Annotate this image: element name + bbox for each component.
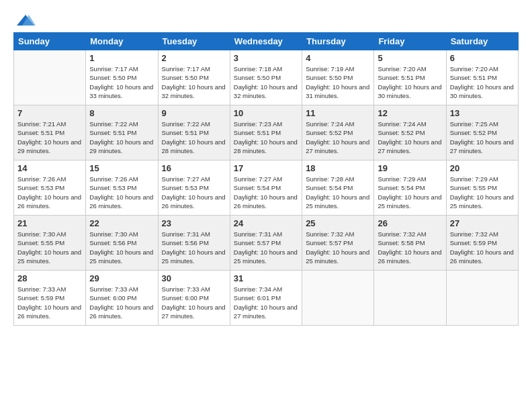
- day-number: 19: [378, 163, 442, 173]
- day-info: Sunrise: 7:29 AMSunset: 5:54 PMDaylight:…: [378, 175, 442, 210]
- day-info: Sunrise: 7:21 AMSunset: 5:51 PMDaylight:…: [17, 120, 82, 155]
- page-container: SundayMondayTuesdayWednesdayThursdayFrid…: [0, 0, 532, 411]
- day-info: Sunrise: 7:23 AMSunset: 5:51 PMDaylight:…: [234, 120, 298, 155]
- calendar-cell: 26Sunrise: 7:32 AMSunset: 5:58 PMDayligh…: [374, 216, 446, 271]
- day-number: 27: [450, 218, 515, 228]
- day-number: 12: [378, 108, 442, 118]
- day-number: 8: [89, 108, 154, 118]
- calendar-cell: [302, 271, 374, 326]
- calendar-cell: 1Sunrise: 7:17 AMSunset: 5:50 PMDaylight…: [86, 50, 158, 105]
- day-info: Sunrise: 7:17 AMSunset: 5:50 PMDaylight:…: [162, 64, 226, 100]
- day-header-wednesday: Wednesday: [230, 33, 302, 50]
- day-number: 22: [89, 218, 154, 228]
- day-info: Sunrise: 7:29 AMSunset: 5:55 PMDaylight:…: [450, 175, 515, 210]
- logo: [13, 13, 36, 24]
- calendar-cell: 4Sunrise: 7:19 AMSunset: 5:50 PMDaylight…: [302, 50, 374, 105]
- calendar-cell: 24Sunrise: 7:31 AMSunset: 5:57 PMDayligh…: [230, 216, 302, 271]
- day-number: 14: [17, 163, 82, 173]
- day-info: Sunrise: 7:26 AMSunset: 5:53 PMDaylight:…: [89, 175, 154, 210]
- calendar-cell: 28Sunrise: 7:33 AMSunset: 5:59 PMDayligh…: [14, 271, 86, 326]
- day-info: Sunrise: 7:19 AMSunset: 5:50 PMDaylight:…: [306, 64, 370, 100]
- day-number: 21: [17, 218, 82, 228]
- calendar-cell: 8Sunrise: 7:22 AMSunset: 5:51 PMDaylight…: [86, 105, 158, 161]
- header: [13, 13, 519, 24]
- day-number: 9: [162, 108, 226, 118]
- day-number: 13: [450, 108, 515, 118]
- calendar-cell: 20Sunrise: 7:29 AMSunset: 5:55 PMDayligh…: [446, 161, 518, 216]
- day-info: Sunrise: 7:32 AMSunset: 5:59 PMDaylight:…: [450, 230, 515, 265]
- calendar-cell: 31Sunrise: 7:34 AMSunset: 6:01 PMDayligh…: [230, 271, 302, 326]
- day-info: Sunrise: 7:22 AMSunset: 5:51 PMDaylight:…: [162, 120, 226, 155]
- day-header-tuesday: Tuesday: [158, 33, 230, 50]
- calendar-header-row: SundayMondayTuesdayWednesdayThursdayFrid…: [14, 33, 519, 50]
- day-header-monday: Monday: [86, 33, 158, 50]
- day-number: 24: [234, 218, 298, 228]
- day-number: 26: [378, 218, 442, 228]
- day-number: 7: [17, 108, 82, 118]
- calendar-cell: 18Sunrise: 7:28 AMSunset: 5:54 PMDayligh…: [302, 161, 374, 216]
- day-number: 23: [162, 218, 226, 228]
- calendar-cell: 22Sunrise: 7:30 AMSunset: 5:56 PMDayligh…: [86, 216, 158, 271]
- day-info: Sunrise: 7:34 AMSunset: 6:01 PMDaylight:…: [234, 285, 298, 320]
- day-number: 17: [234, 163, 298, 173]
- calendar-cell: 30Sunrise: 7:33 AMSunset: 6:00 PMDayligh…: [158, 271, 230, 326]
- day-info: Sunrise: 7:30 AMSunset: 5:56 PMDaylight:…: [89, 230, 154, 265]
- calendar-cell: 10Sunrise: 7:23 AMSunset: 5:51 PMDayligh…: [230, 105, 302, 161]
- day-info: Sunrise: 7:27 AMSunset: 5:54 PMDaylight:…: [234, 175, 298, 210]
- day-number: 31: [234, 273, 298, 283]
- day-info: Sunrise: 7:33 AMSunset: 5:59 PMDaylight:…: [17, 285, 82, 320]
- day-info: Sunrise: 7:32 AMSunset: 5:57 PMDaylight:…: [306, 230, 370, 265]
- day-info: Sunrise: 7:30 AMSunset: 5:55 PMDaylight:…: [17, 230, 82, 265]
- logo-icon: [15, 13, 36, 27]
- calendar-cell: [14, 50, 86, 105]
- day-info: Sunrise: 7:24 AMSunset: 5:52 PMDaylight:…: [378, 120, 442, 155]
- day-info: Sunrise: 7:22 AMSunset: 5:51 PMDaylight:…: [89, 120, 154, 155]
- day-header-friday: Friday: [374, 33, 446, 50]
- day-number: 10: [234, 108, 298, 118]
- day-info: Sunrise: 7:31 AMSunset: 5:57 PMDaylight:…: [234, 230, 298, 265]
- calendar-cell: [446, 271, 518, 326]
- day-info: Sunrise: 7:32 AMSunset: 5:58 PMDaylight:…: [378, 230, 442, 265]
- calendar-week-row: 14Sunrise: 7:26 AMSunset: 5:53 PMDayligh…: [14, 161, 519, 216]
- day-number: 1: [89, 53, 154, 63]
- day-info: Sunrise: 7:26 AMSunset: 5:53 PMDaylight:…: [17, 175, 82, 210]
- calendar-cell: 2Sunrise: 7:17 AMSunset: 5:50 PMDaylight…: [158, 50, 230, 105]
- day-info: Sunrise: 7:31 AMSunset: 5:56 PMDaylight:…: [162, 230, 226, 265]
- calendar-cell: 11Sunrise: 7:24 AMSunset: 5:52 PMDayligh…: [302, 105, 374, 161]
- day-info: Sunrise: 7:33 AMSunset: 6:00 PMDaylight:…: [89, 285, 154, 320]
- day-number: 5: [378, 53, 442, 63]
- calendar-cell: [374, 271, 446, 326]
- day-number: 4: [306, 53, 370, 63]
- day-info: Sunrise: 7:24 AMSunset: 5:52 PMDaylight:…: [306, 120, 370, 155]
- day-number: 16: [162, 163, 226, 173]
- calendar-cell: 23Sunrise: 7:31 AMSunset: 5:56 PMDayligh…: [158, 216, 230, 271]
- calendar-cell: 15Sunrise: 7:26 AMSunset: 5:53 PMDayligh…: [86, 161, 158, 216]
- day-header-sunday: Sunday: [14, 33, 86, 50]
- calendar-cell: 27Sunrise: 7:32 AMSunset: 5:59 PMDayligh…: [446, 216, 518, 271]
- day-number: 29: [89, 273, 154, 283]
- day-header-saturday: Saturday: [446, 33, 518, 50]
- calendar-cell: 6Sunrise: 7:20 AMSunset: 5:51 PMDaylight…: [446, 50, 518, 105]
- calendar-week-row: 7Sunrise: 7:21 AMSunset: 5:51 PMDaylight…: [14, 105, 519, 161]
- calendar-cell: 3Sunrise: 7:18 AMSunset: 5:50 PMDaylight…: [230, 50, 302, 105]
- calendar-cell: 7Sunrise: 7:21 AMSunset: 5:51 PMDaylight…: [14, 105, 86, 161]
- day-info: Sunrise: 7:25 AMSunset: 5:52 PMDaylight:…: [450, 120, 515, 155]
- day-number: 2: [162, 53, 226, 63]
- day-number: 6: [450, 53, 515, 63]
- day-info: Sunrise: 7:20 AMSunset: 5:51 PMDaylight:…: [378, 64, 442, 100]
- day-number: 25: [306, 218, 370, 228]
- calendar-cell: 12Sunrise: 7:24 AMSunset: 5:52 PMDayligh…: [374, 105, 446, 161]
- calendar-cell: 16Sunrise: 7:27 AMSunset: 5:53 PMDayligh…: [158, 161, 230, 216]
- day-number: 20: [450, 163, 515, 173]
- day-info: Sunrise: 7:33 AMSunset: 6:00 PMDaylight:…: [162, 285, 226, 320]
- calendar-cell: 17Sunrise: 7:27 AMSunset: 5:54 PMDayligh…: [230, 161, 302, 216]
- day-number: 28: [17, 273, 82, 283]
- calendar-cell: 5Sunrise: 7:20 AMSunset: 5:51 PMDaylight…: [374, 50, 446, 105]
- day-info: Sunrise: 7:18 AMSunset: 5:50 PMDaylight:…: [234, 64, 298, 100]
- calendar-cell: 25Sunrise: 7:32 AMSunset: 5:57 PMDayligh…: [302, 216, 374, 271]
- calendar-cell: 19Sunrise: 7:29 AMSunset: 5:54 PMDayligh…: [374, 161, 446, 216]
- calendar-week-row: 1Sunrise: 7:17 AMSunset: 5:50 PMDaylight…: [14, 50, 519, 105]
- calendar-week-row: 21Sunrise: 7:30 AMSunset: 5:55 PMDayligh…: [14, 216, 519, 271]
- day-info: Sunrise: 7:17 AMSunset: 5:50 PMDaylight:…: [89, 64, 154, 100]
- day-info: Sunrise: 7:20 AMSunset: 5:51 PMDaylight:…: [450, 64, 515, 100]
